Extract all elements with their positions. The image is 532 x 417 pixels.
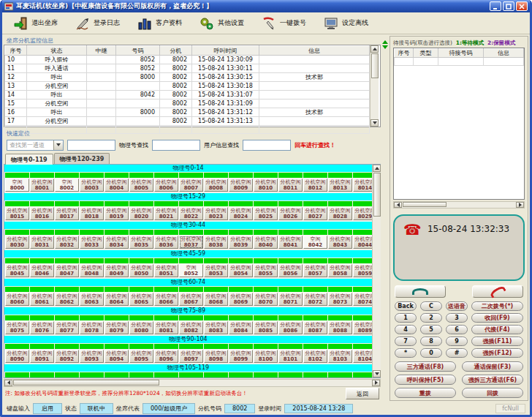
extension-cell-8022[interactable]: 分机空闲8022	[179, 207, 203, 220]
scroll-thumb[interactable]	[371, 53, 379, 78]
extension-cell-8069[interactable]: 分机空闲8069	[229, 293, 253, 306]
extension-cell-8016[interactable]: 分机空闲8016	[30, 207, 54, 220]
keypad-button-1[interactable]: 1	[395, 313, 417, 323]
hangup-button[interactable]	[472, 285, 523, 298]
extension-cell-8073[interactable]: 分机空闲8073	[328, 293, 352, 306]
extension-cell-8036[interactable]: 分机空闲8036	[154, 236, 178, 249]
one-key-dial-button[interactable]: 一键拨号	[255, 14, 313, 33]
extension-cell-8005[interactable]: 分机空闲8005	[129, 179, 153, 192]
tab-physical-0-119[interactable]: 物理号0-119	[5, 154, 53, 165]
extension-cell-8064[interactable]: 分机空闲8064	[104, 293, 129, 306]
splitter-down-icon[interactable]	[382, 45, 388, 49]
extension-cell-8060[interactable]: 分机空闲8060	[5, 293, 29, 306]
scroll-up-icon[interactable]	[370, 45, 379, 53]
table-row[interactable]	[395, 57, 524, 65]
extension-cell-8000[interactable]: 空闲8000	[5, 179, 29, 192]
extension-cell-8025[interactable]: 分机空闲8025	[254, 207, 278, 220]
extension-cell-8042[interactable]: 空闲8042	[303, 236, 327, 249]
extension-cell-8017[interactable]: 分机空闲8017	[55, 207, 79, 220]
scroll-down-icon[interactable]	[370, 119, 379, 127]
extension-cell-8099[interactable]: 分机空闲8099	[229, 350, 253, 363]
extension-cell-8055[interactable]: 分机空闲8055	[254, 264, 278, 277]
extension-cell-8075[interactable]: 分机空闲8075	[5, 321, 29, 334]
extension-cell-8006[interactable]: 分机空闲8006	[154, 179, 178, 192]
extension-cell-8094[interactable]: 分机空闲8094	[104, 350, 129, 363]
extension-cell-8087[interactable]: 分机空闲8087	[303, 321, 327, 334]
extension-cell-8030[interactable]: 分机空闲8030	[5, 236, 29, 249]
keypad-button-#[interactable]: #	[446, 348, 468, 358]
extension-cell-8097[interactable]: 分机空闲8097	[179, 350, 203, 363]
extension-cell-8031[interactable]: 分机空闲8031	[30, 236, 54, 249]
extension-cell-8053[interactable]: 分机空闲8053	[204, 264, 228, 277]
extension-cell-8015[interactable]: 分机空闲8015	[5, 207, 29, 220]
scroll-right-icon[interactable]	[516, 202, 524, 208]
extension-cell-8023[interactable]: 分机空闲8023	[204, 207, 228, 220]
extension-cell-8041[interactable]: 分机空闲8041	[278, 236, 303, 249]
extension-cell-8098[interactable]: 分机空闲8098	[204, 350, 228, 363]
extension-cell-8026[interactable]: 分机空闲8026	[278, 207, 303, 220]
column-header[interactable]: 号码	[116, 46, 160, 56]
extension-cell-8035[interactable]: 分机空闲8035	[129, 236, 153, 249]
extension-cell-8080[interactable]: 分机空闲8080	[129, 321, 153, 334]
chevron-down-icon[interactable]	[53, 140, 63, 150]
extension-cell-8049[interactable]: 分机空闲8049	[104, 264, 129, 277]
waiting-table[interactable]: 序号类型待接号码信息	[393, 48, 525, 200]
scroll-left-icon[interactable]	[394, 202, 402, 208]
keypad-button-8[interactable]: 8	[420, 337, 442, 346]
keypad-button-5[interactable]: 5	[420, 325, 442, 334]
keypad-button-7[interactable]: 7	[395, 337, 417, 346]
extension-cell-8003[interactable]: 分机空闲8003	[80, 179, 104, 192]
extension-cell-8101[interactable]: 分机空闲8101	[278, 350, 303, 363]
other-settings-button[interactable]: 其他设置	[193, 14, 251, 33]
extension-cell-8037[interactable]: 分机空闲8037	[179, 236, 203, 249]
extension-cell-8002[interactable]: 空闲8002	[55, 179, 79, 192]
extension-cell-8045[interactable]: 分机空闲8045	[5, 264, 29, 277]
extension-cell-8089[interactable]: 分机空闲8089	[353, 321, 372, 334]
keypad-button-4[interactable]: 4	[395, 325, 417, 334]
extension-cell-8021[interactable]: 分机空闲8021	[154, 207, 178, 220]
extension-cell-8082[interactable]: 分机空闲8082	[179, 321, 203, 334]
table-row[interactable]: 11呼入通话8052800215-08-24 13:30:11	[5, 64, 370, 73]
locate-input[interactable]	[67, 140, 115, 151]
extension-cell-8077[interactable]: 分机空闲8077	[55, 321, 79, 334]
keypad-button-3[interactable]: 3	[446, 313, 468, 323]
keypad-button-送语音[interactable]: 送语音	[446, 301, 468, 311]
login-log-button[interactable]: 登录日志	[69, 14, 126, 33]
extension-cell-8084[interactable]: 分机空闲8084	[229, 321, 253, 334]
column-header[interactable]: 分机	[160, 46, 192, 56]
call-function-button-呼叫保持(F5)[interactable]: 呼叫保持(F5)	[395, 375, 456, 385]
user-search-input[interactable]	[243, 140, 291, 151]
extension-cell-8014[interactable]: 分机空闲8014	[353, 179, 372, 192]
column-header[interactable]: 待接号码	[438, 48, 484, 57]
extension-cell-8050[interactable]: 分机空闲8050	[129, 264, 153, 277]
extension-cell-8047[interactable]: 分机空闲8047	[55, 264, 79, 277]
extension-cell-8091[interactable]: 分机空闲8091	[30, 350, 54, 363]
grid-hscrollbar[interactable]	[4, 379, 381, 387]
extension-cell-8034[interactable]: 分机空闲8034	[104, 236, 129, 249]
extension-cell-8063[interactable]: 分机空闲8063	[80, 293, 104, 306]
column-header[interactable]: 序号	[5, 46, 27, 56]
extension-cell-8062[interactable]: 分机空闲8062	[55, 293, 79, 306]
keypad-button-2[interactable]: 2	[420, 313, 442, 323]
table-row[interactable]: 12呼出8000800215-08-24 13:30:15技术部	[5, 73, 370, 82]
extension-cell-8038[interactable]: 分机空闲8038	[204, 236, 228, 249]
minimize-button[interactable]	[490, 1, 501, 11]
keypad-button-*[interactable]: *	[395, 348, 417, 358]
extension-cell-8067[interactable]: 分机空闲8067	[179, 293, 203, 306]
column-header[interactable]: 序号	[395, 48, 414, 57]
extension-cell-8071[interactable]: 分机空闲8071	[278, 293, 303, 306]
extension-cell-8065[interactable]: 分机空闲8065	[129, 293, 153, 306]
extension-cell-8057[interactable]: 分机空闲8057	[303, 264, 327, 277]
extension-cell-8001[interactable]: 分机空闲8001	[30, 179, 54, 192]
extension-cell-8013[interactable]: 分机空闲8013	[328, 179, 352, 192]
locate-mode-dropdown[interactable]: 查找第一通道	[7, 140, 64, 151]
extension-cell-8039[interactable]: 分机空闲8039	[229, 236, 253, 249]
extension-cell-8056[interactable]: 分机空闲8056	[278, 264, 303, 277]
extension-cell-8009[interactable]: 分机空闲8009	[229, 179, 253, 192]
extension-cell-8024[interactable]: 分机空闲8024	[229, 207, 253, 220]
extension-cell-8102[interactable]: 分机空闲8102	[303, 350, 327, 363]
scroll-up-icon[interactable]	[373, 165, 381, 172]
column-header[interactable]: 状态	[27, 46, 87, 56]
table-row[interactable]: 15分机空闲800215-08-24 13:31:09	[5, 99, 370, 108]
extension-cell-8088[interactable]: 分机空闲8088	[328, 321, 352, 334]
